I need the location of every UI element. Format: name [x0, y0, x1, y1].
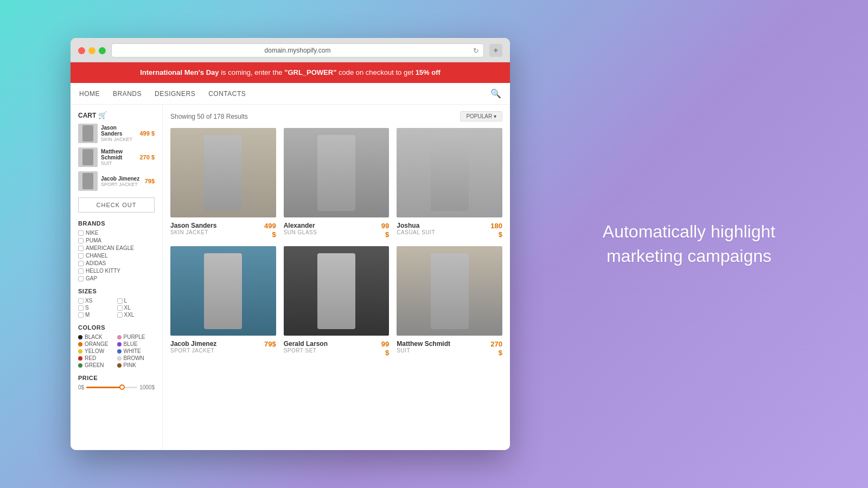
content-area: Showing 50 of 178 Results POPULAR ▾ Jaso… — [163, 105, 510, 450]
color-orange[interactable]: ORANGE — [78, 341, 116, 347]
product-figure — [431, 253, 469, 329]
checkbox-l[interactable] — [117, 298, 123, 304]
checkbox-s[interactable] — [78, 305, 84, 311]
color-dot-green — [78, 363, 82, 368]
nav-contacts[interactable]: CONTACTS — [208, 90, 246, 98]
nav-home[interactable]: HOME — [79, 90, 100, 98]
brands-filter-title: BRANDS — [78, 220, 155, 227]
cart-item-type: SKIN JACKET — [101, 137, 136, 142]
product-card[interactable]: Joshua CASUAL SUIT 180 $ — [397, 128, 502, 239]
product-info: Gerald Larson SPORT SET 99 $ — [284, 340, 390, 357]
cart-item[interactable]: Matthew Schmidt SUIT 270 $ — [78, 147, 155, 167]
price-filter-title: PRICE — [78, 375, 155, 381]
checkbox-puma[interactable] — [78, 238, 84, 243]
color-green[interactable]: GREEN — [78, 362, 116, 368]
main-layout: CART 🛒 Jason Sanders SKIN JACKET 499 $ M… — [71, 105, 510, 450]
address-bar[interactable]: domain.myshopify.com ↻ — [111, 43, 484, 57]
minimize-button[interactable] — [88, 47, 95, 54]
size-xs[interactable]: XS — [78, 298, 116, 304]
filter-item-adidas[interactable]: ADIDAS — [78, 260, 155, 266]
cart-label: CART — [78, 112, 96, 119]
price-slider-thumb[interactable] — [119, 384, 125, 390]
product-card[interactable]: Jacob Jimenez SPORT JACKET 79$ — [170, 246, 276, 357]
promo-mid: is coming, enter the — [219, 68, 285, 76]
color-brown[interactable]: PINK — [117, 362, 155, 368]
product-figure — [317, 253, 355, 329]
color-yellow[interactable]: YELOW — [78, 348, 116, 354]
filter-item-hk[interactable]: HELLO KITTY — [78, 268, 155, 274]
product-name: Jacob Jimenez — [170, 340, 216, 348]
nav-brands[interactable]: BRANDS — [113, 90, 142, 98]
checkbox-hk[interactable] — [78, 268, 84, 274]
product-info: Matthew Schmidt SUIT 270 $ — [397, 340, 502, 357]
nav-designers[interactable]: DESIGNERS — [155, 90, 195, 98]
product-card[interactable]: Gerald Larson SPORT SET 99 $ — [284, 246, 390, 357]
promo-banner: International Men's Day is coming, enter… — [71, 62, 510, 83]
size-xl[interactable]: XL — [117, 305, 155, 311]
product-figure — [204, 253, 242, 329]
cart-item[interactable]: Jacob Jimenez SPORT JACKET 79$ — [78, 171, 155, 191]
checkout-button[interactable]: CHECK OUT — [78, 197, 155, 213]
checkbox-xl[interactable] — [117, 305, 123, 311]
color-dot-yellow — [78, 349, 82, 354]
color-blue[interactable]: WHITE — [117, 348, 155, 354]
color-pink[interactable]: PURPLE — [117, 334, 155, 340]
checkbox-adidas[interactable] — [78, 261, 84, 266]
search-icon[interactable]: 🔍 — [490, 88, 501, 99]
checkbox-chanel[interactable] — [78, 253, 84, 259]
colors-filter-title: COLORS — [78, 324, 155, 331]
color-dot-pink — [117, 335, 122, 339]
color-purple[interactable]: BLUE — [117, 341, 155, 347]
product-card[interactable]: Jason Sanders SKIN JACKET 499 $ — [170, 128, 276, 239]
browser-chrome: domain.myshopify.com ↻ + — [71, 38, 510, 62]
checkbox-ae[interactable] — [78, 246, 84, 251]
product-price: 79$ — [264, 340, 276, 349]
product-type: SKIN JACKET — [170, 229, 216, 235]
color-white[interactable]: BROWN — [117, 355, 155, 361]
product-card[interactable]: Matthew Schmidt SUIT 270 $ — [397, 246, 502, 357]
colors-grid: BLACK PURPLE ORANGE BLUE YELOW WHITE RED… — [78, 334, 155, 368]
color-red[interactable]: RED — [78, 355, 116, 361]
product-name: Gerald Larson — [284, 340, 328, 348]
close-button[interactable] — [78, 47, 85, 54]
filter-item-gap[interactable]: GAP — [78, 275, 155, 281]
size-l[interactable]: L — [117, 298, 155, 304]
checkbox-m[interactable] — [78, 312, 84, 318]
product-figure — [431, 135, 469, 211]
filter-item-chanel[interactable]: CHANEL — [78, 253, 155, 259]
sort-button[interactable]: POPULAR ▾ — [460, 111, 502, 121]
filter-item-puma[interactable]: PUMA — [78, 237, 155, 243]
cart-item-image — [78, 171, 98, 191]
product-name: Joshua — [397, 222, 435, 229]
product-name: Jason Sanders — [170, 222, 216, 229]
product-details: Gerald Larson SPORT SET — [284, 340, 328, 354]
maximize-button[interactable] — [99, 47, 106, 54]
cart-item-info: Jason Sanders SKIN JACKET — [101, 125, 136, 142]
checkbox-xs[interactable] — [78, 298, 84, 304]
size-m[interactable]: M — [78, 312, 116, 318]
filter-item-ae[interactable]: AMERICAN EAGLE — [78, 245, 155, 251]
new-tab-button[interactable]: + — [489, 44, 502, 57]
checkbox-gap[interactable] — [78, 276, 84, 281]
promo-after: code on checkout to get — [336, 68, 415, 76]
promo-brand: International Men's Day — [140, 68, 219, 76]
product-details: Jason Sanders SKIN JACKET — [170, 222, 216, 235]
results-header: Showing 50 of 178 Results POPULAR ▾ — [170, 111, 502, 121]
filter-item-nike[interactable]: NIKE — [78, 230, 155, 236]
cart-item-info: Matthew Schmidt SUIT — [101, 149, 136, 166]
product-card[interactable]: Alexander SUN GLASS 99 $ — [284, 128, 390, 239]
product-image — [170, 246, 276, 336]
color-black[interactable]: BLACK — [78, 334, 116, 340]
refresh-icon[interactable]: ↻ — [473, 47, 479, 55]
cart-item[interactable]: Jason Sanders SKIN JACKET 499 $ — [78, 124, 155, 143]
product-figure — [317, 135, 355, 211]
price-filter: PRICE 0$ 1000$ — [78, 375, 155, 390]
checkbox-xxl[interactable] — [117, 312, 123, 318]
products-grid: Jason Sanders SKIN JACKET 499 $ — [170, 128, 502, 357]
size-xxl[interactable]: XXL — [117, 312, 155, 318]
figure — [82, 149, 93, 165]
browser-window: domain.myshopify.com ↻ + International M… — [71, 38, 510, 450]
checkbox-nike[interactable] — [78, 230, 84, 236]
size-s[interactable]: S — [78, 305, 116, 311]
price-slider-track[interactable] — [86, 387, 137, 388]
